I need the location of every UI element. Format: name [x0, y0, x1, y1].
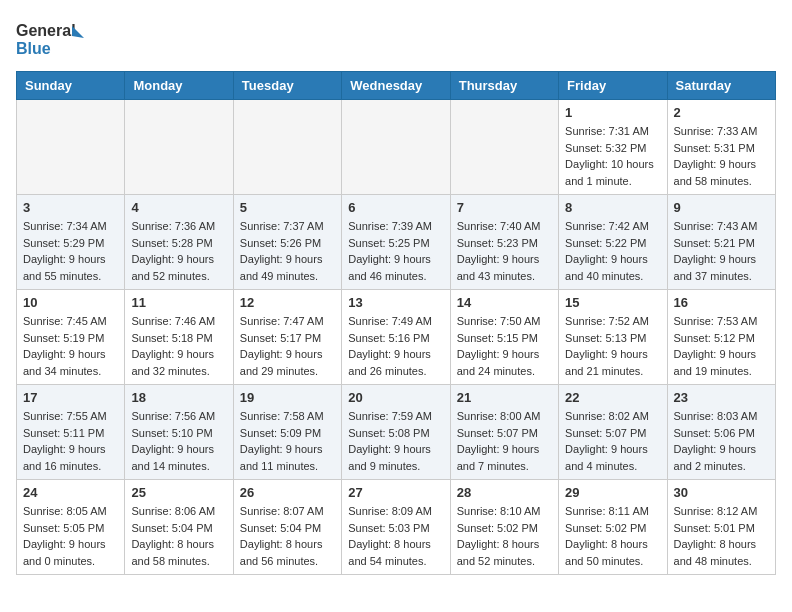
- day-cell: 28Sunrise: 8:10 AMSunset: 5:02 PMDayligh…: [450, 480, 558, 575]
- day-info: Sunrise: 7:52 AMSunset: 5:13 PMDaylight:…: [565, 313, 660, 379]
- day-cell: 1Sunrise: 7:31 AMSunset: 5:32 PMDaylight…: [559, 100, 667, 195]
- week-row-4: 17Sunrise: 7:55 AMSunset: 5:11 PMDayligh…: [17, 385, 776, 480]
- day-number: 14: [457, 295, 552, 310]
- day-number: 6: [348, 200, 443, 215]
- day-cell: 18Sunrise: 7:56 AMSunset: 5:10 PMDayligh…: [125, 385, 233, 480]
- day-info: Sunrise: 8:11 AMSunset: 5:02 PMDaylight:…: [565, 503, 660, 569]
- day-info: Sunrise: 7:37 AMSunset: 5:26 PMDaylight:…: [240, 218, 335, 284]
- day-info: Sunrise: 7:36 AMSunset: 5:28 PMDaylight:…: [131, 218, 226, 284]
- day-number: 13: [348, 295, 443, 310]
- day-info: Sunrise: 7:58 AMSunset: 5:09 PMDaylight:…: [240, 408, 335, 474]
- day-number: 21: [457, 390, 552, 405]
- calendar-table: SundayMondayTuesdayWednesdayThursdayFrid…: [16, 71, 776, 575]
- calendar-header-row: SundayMondayTuesdayWednesdayThursdayFrid…: [17, 72, 776, 100]
- day-number: 9: [674, 200, 769, 215]
- day-cell: 14Sunrise: 7:50 AMSunset: 5:15 PMDayligh…: [450, 290, 558, 385]
- day-cell: 12Sunrise: 7:47 AMSunset: 5:17 PMDayligh…: [233, 290, 341, 385]
- day-info: Sunrise: 7:33 AMSunset: 5:31 PMDaylight:…: [674, 123, 769, 189]
- day-number: 25: [131, 485, 226, 500]
- day-cell: 21Sunrise: 8:00 AMSunset: 5:07 PMDayligh…: [450, 385, 558, 480]
- day-number: 11: [131, 295, 226, 310]
- week-row-1: 1Sunrise: 7:31 AMSunset: 5:32 PMDaylight…: [17, 100, 776, 195]
- day-cell: [342, 100, 450, 195]
- logo: GeneralBlue: [16, 16, 86, 61]
- day-info: Sunrise: 8:12 AMSunset: 5:01 PMDaylight:…: [674, 503, 769, 569]
- day-cell: 25Sunrise: 8:06 AMSunset: 5:04 PMDayligh…: [125, 480, 233, 575]
- day-number: 8: [565, 200, 660, 215]
- day-cell: 5Sunrise: 7:37 AMSunset: 5:26 PMDaylight…: [233, 195, 341, 290]
- day-info: Sunrise: 7:40 AMSunset: 5:23 PMDaylight:…: [457, 218, 552, 284]
- day-info: Sunrise: 7:59 AMSunset: 5:08 PMDaylight:…: [348, 408, 443, 474]
- day-info: Sunrise: 8:02 AMSunset: 5:07 PMDaylight:…: [565, 408, 660, 474]
- col-header-monday: Monday: [125, 72, 233, 100]
- col-header-friday: Friday: [559, 72, 667, 100]
- day-info: Sunrise: 7:53 AMSunset: 5:12 PMDaylight:…: [674, 313, 769, 379]
- day-info: Sunrise: 7:47 AMSunset: 5:17 PMDaylight:…: [240, 313, 335, 379]
- day-info: Sunrise: 7:42 AMSunset: 5:22 PMDaylight:…: [565, 218, 660, 284]
- svg-text:Blue: Blue: [16, 40, 51, 57]
- day-number: 17: [23, 390, 118, 405]
- col-header-tuesday: Tuesday: [233, 72, 341, 100]
- day-cell: [233, 100, 341, 195]
- week-row-3: 10Sunrise: 7:45 AMSunset: 5:19 PMDayligh…: [17, 290, 776, 385]
- day-number: 28: [457, 485, 552, 500]
- day-cell: 7Sunrise: 7:40 AMSunset: 5:23 PMDaylight…: [450, 195, 558, 290]
- day-cell: 16Sunrise: 7:53 AMSunset: 5:12 PMDayligh…: [667, 290, 775, 385]
- day-cell: 13Sunrise: 7:49 AMSunset: 5:16 PMDayligh…: [342, 290, 450, 385]
- day-cell: 3Sunrise: 7:34 AMSunset: 5:29 PMDaylight…: [17, 195, 125, 290]
- day-info: Sunrise: 7:43 AMSunset: 5:21 PMDaylight:…: [674, 218, 769, 284]
- day-cell: 19Sunrise: 7:58 AMSunset: 5:09 PMDayligh…: [233, 385, 341, 480]
- week-row-2: 3Sunrise: 7:34 AMSunset: 5:29 PMDaylight…: [17, 195, 776, 290]
- day-cell: 10Sunrise: 7:45 AMSunset: 5:19 PMDayligh…: [17, 290, 125, 385]
- day-number: 5: [240, 200, 335, 215]
- day-number: 3: [23, 200, 118, 215]
- day-info: Sunrise: 8:03 AMSunset: 5:06 PMDaylight:…: [674, 408, 769, 474]
- day-info: Sunrise: 8:05 AMSunset: 5:05 PMDaylight:…: [23, 503, 118, 569]
- day-cell: 4Sunrise: 7:36 AMSunset: 5:28 PMDaylight…: [125, 195, 233, 290]
- day-number: 18: [131, 390, 226, 405]
- day-cell: 9Sunrise: 7:43 AMSunset: 5:21 PMDaylight…: [667, 195, 775, 290]
- day-cell: 23Sunrise: 8:03 AMSunset: 5:06 PMDayligh…: [667, 385, 775, 480]
- day-info: Sunrise: 7:56 AMSunset: 5:10 PMDaylight:…: [131, 408, 226, 474]
- day-cell: 24Sunrise: 8:05 AMSunset: 5:05 PMDayligh…: [17, 480, 125, 575]
- day-cell: 29Sunrise: 8:11 AMSunset: 5:02 PMDayligh…: [559, 480, 667, 575]
- day-cell: 27Sunrise: 8:09 AMSunset: 5:03 PMDayligh…: [342, 480, 450, 575]
- col-header-wednesday: Wednesday: [342, 72, 450, 100]
- svg-text:General: General: [16, 22, 76, 39]
- day-number: 22: [565, 390, 660, 405]
- day-info: Sunrise: 7:31 AMSunset: 5:32 PMDaylight:…: [565, 123, 660, 189]
- day-number: 12: [240, 295, 335, 310]
- day-number: 7: [457, 200, 552, 215]
- day-number: 15: [565, 295, 660, 310]
- day-number: 20: [348, 390, 443, 405]
- day-cell: 26Sunrise: 8:07 AMSunset: 5:04 PMDayligh…: [233, 480, 341, 575]
- day-info: Sunrise: 7:55 AMSunset: 5:11 PMDaylight:…: [23, 408, 118, 474]
- logo-svg: GeneralBlue: [16, 16, 86, 61]
- day-cell: 6Sunrise: 7:39 AMSunset: 5:25 PMDaylight…: [342, 195, 450, 290]
- day-number: 26: [240, 485, 335, 500]
- col-header-sunday: Sunday: [17, 72, 125, 100]
- day-number: 4: [131, 200, 226, 215]
- day-number: 29: [565, 485, 660, 500]
- day-info: Sunrise: 8:06 AMSunset: 5:04 PMDaylight:…: [131, 503, 226, 569]
- page-header: GeneralBlue: [16, 16, 776, 61]
- col-header-thursday: Thursday: [450, 72, 558, 100]
- day-info: Sunrise: 7:34 AMSunset: 5:29 PMDaylight:…: [23, 218, 118, 284]
- day-info: Sunrise: 8:07 AMSunset: 5:04 PMDaylight:…: [240, 503, 335, 569]
- day-number: 2: [674, 105, 769, 120]
- day-number: 19: [240, 390, 335, 405]
- day-cell: [17, 100, 125, 195]
- day-number: 24: [23, 485, 118, 500]
- day-number: 16: [674, 295, 769, 310]
- col-header-saturday: Saturday: [667, 72, 775, 100]
- day-cell: 20Sunrise: 7:59 AMSunset: 5:08 PMDayligh…: [342, 385, 450, 480]
- day-cell: 2Sunrise: 7:33 AMSunset: 5:31 PMDaylight…: [667, 100, 775, 195]
- day-number: 1: [565, 105, 660, 120]
- day-number: 23: [674, 390, 769, 405]
- day-number: 30: [674, 485, 769, 500]
- day-info: Sunrise: 7:49 AMSunset: 5:16 PMDaylight:…: [348, 313, 443, 379]
- day-info: Sunrise: 8:09 AMSunset: 5:03 PMDaylight:…: [348, 503, 443, 569]
- day-cell: 8Sunrise: 7:42 AMSunset: 5:22 PMDaylight…: [559, 195, 667, 290]
- day-cell: 17Sunrise: 7:55 AMSunset: 5:11 PMDayligh…: [17, 385, 125, 480]
- day-cell: 30Sunrise: 8:12 AMSunset: 5:01 PMDayligh…: [667, 480, 775, 575]
